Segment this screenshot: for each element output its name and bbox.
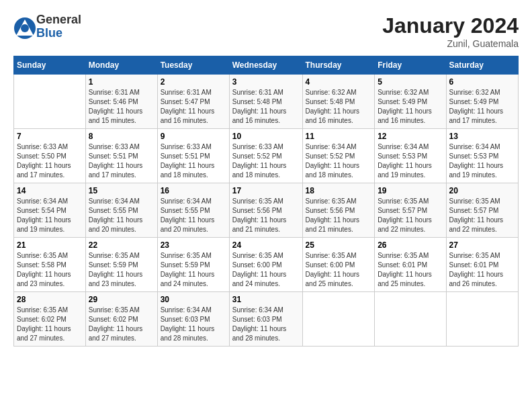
calendar-cell: 16Sunrise: 6:34 AM Sunset: 5:55 PM Dayli… — [157, 183, 229, 238]
calendar-cell: 15Sunrise: 6:34 AM Sunset: 5:55 PM Dayli… — [85, 183, 157, 238]
day-header-thursday: Thursday — [302, 56, 375, 75]
day-number: 11 — [306, 132, 372, 141]
day-number: 22 — [89, 240, 154, 250]
calendar-cell: 12Sunrise: 6:34 AM Sunset: 5:53 PM Dayli… — [375, 129, 446, 183]
day-number: 12 — [378, 132, 443, 141]
calendar-cell: 30Sunrise: 6:34 AM Sunset: 6:03 PM Dayli… — [157, 292, 229, 347]
calendar-cell: 6Sunrise: 6:32 AM Sunset: 5:49 PM Daylig… — [446, 75, 518, 129]
calendar-cell: 27Sunrise: 6:35 AM Sunset: 6:01 PM Dayli… — [446, 238, 518, 292]
calendar-cell: 20Sunrise: 6:35 AM Sunset: 5:57 PM Dayli… — [446, 183, 518, 238]
day-info: Sunrise: 6:31 AM Sunset: 5:46 PM Dayligh… — [89, 88, 154, 126]
day-info: Sunrise: 6:34 AM Sunset: 6:03 PM Dayligh… — [232, 306, 300, 343]
day-number: 1 — [89, 77, 154, 87]
logo-icon — [13, 17, 34, 37]
day-number: 26 — [378, 240, 443, 250]
day-number: 5 — [378, 77, 443, 87]
calendar-cell: 18Sunrise: 6:35 AM Sunset: 5:56 PM Dayli… — [302, 183, 375, 238]
day-info: Sunrise: 6:35 AM Sunset: 5:59 PM Dayligh… — [161, 251, 226, 289]
month-title: January 2024 — [382, 13, 519, 38]
day-header-saturday: Saturday — [446, 56, 518, 75]
day-number: 15 — [89, 186, 154, 195]
calendar-cell: 9Sunrise: 6:33 AM Sunset: 5:51 PM Daylig… — [157, 129, 229, 183]
calendar-cell: 17Sunrise: 6:35 AM Sunset: 5:56 PM Dayli… — [229, 183, 302, 238]
calendar-cell — [446, 292, 518, 347]
logo: General Blue — [13, 13, 81, 40]
day-info: Sunrise: 6:35 AM Sunset: 6:01 PM Dayligh… — [449, 251, 515, 289]
day-number: 23 — [161, 240, 226, 250]
day-number: 13 — [449, 132, 515, 141]
day-number: 4 — [306, 77, 372, 87]
day-number: 16 — [161, 186, 226, 195]
day-number: 14 — [17, 186, 83, 195]
day-info: Sunrise: 6:34 AM Sunset: 5:55 PM Dayligh… — [161, 197, 226, 234]
day-number: 6 — [449, 77, 515, 87]
day-number: 24 — [232, 240, 300, 250]
day-info: Sunrise: 6:35 AM Sunset: 5:57 PM Dayligh… — [449, 197, 515, 234]
day-number: 31 — [232, 295, 300, 304]
calendar-cell — [14, 75, 86, 129]
day-info: Sunrise: 6:34 AM Sunset: 5:54 PM Dayligh… — [17, 197, 83, 234]
day-number: 3 — [232, 77, 300, 87]
page-header: General Blue January 2024 Zunil, Guatema… — [13, 13, 519, 49]
title-area: January 2024 Zunil, Guatemala — [382, 13, 519, 49]
day-header-tuesday: Tuesday — [157, 56, 229, 75]
day-info: Sunrise: 6:34 AM Sunset: 5:53 PM Dayligh… — [378, 142, 443, 180]
day-info: Sunrise: 6:34 AM Sunset: 5:55 PM Dayligh… — [89, 197, 154, 234]
calendar-cell: 13Sunrise: 6:34 AM Sunset: 5:53 PM Dayli… — [446, 129, 518, 183]
calendar-cell: 4Sunrise: 6:32 AM Sunset: 5:48 PM Daylig… — [302, 75, 375, 129]
day-info: Sunrise: 6:35 AM Sunset: 6:01 PM Dayligh… — [378, 251, 443, 289]
day-info: Sunrise: 6:31 AM Sunset: 5:48 PM Dayligh… — [232, 88, 300, 126]
week-row-4: 21Sunrise: 6:35 AM Sunset: 5:58 PM Dayli… — [14, 238, 519, 292]
calendar-cell: 26Sunrise: 6:35 AM Sunset: 6:01 PM Dayli… — [375, 238, 446, 292]
day-info: Sunrise: 6:35 AM Sunset: 6:00 PM Dayligh… — [232, 251, 300, 289]
calendar-cell: 7Sunrise: 6:33 AM Sunset: 5:50 PM Daylig… — [14, 129, 86, 183]
day-info: Sunrise: 6:33 AM Sunset: 5:50 PM Dayligh… — [17, 142, 83, 180]
day-number: 10 — [232, 132, 300, 141]
day-number: 18 — [306, 186, 372, 195]
week-row-2: 7Sunrise: 6:33 AM Sunset: 5:50 PM Daylig… — [14, 129, 519, 183]
day-number: 25 — [306, 240, 372, 250]
logo-blue: Blue — [36, 27, 81, 40]
day-info: Sunrise: 6:34 AM Sunset: 5:53 PM Dayligh… — [449, 142, 515, 180]
svg-point-2 — [21, 24, 29, 32]
calendar-cell: 8Sunrise: 6:33 AM Sunset: 5:51 PM Daylig… — [85, 129, 157, 183]
calendar-cell: 31Sunrise: 6:34 AM Sunset: 6:03 PM Dayli… — [229, 292, 302, 347]
calendar-cell: 3Sunrise: 6:31 AM Sunset: 5:48 PM Daylig… — [229, 75, 302, 129]
day-info: Sunrise: 6:33 AM Sunset: 5:52 PM Dayligh… — [232, 142, 300, 180]
day-info: Sunrise: 6:35 AM Sunset: 5:56 PM Dayligh… — [232, 197, 300, 234]
day-header-monday: Monday — [85, 56, 157, 75]
logo-text: General Blue — [36, 13, 81, 40]
day-info: Sunrise: 6:35 AM Sunset: 6:00 PM Dayligh… — [306, 251, 372, 289]
day-info: Sunrise: 6:32 AM Sunset: 5:49 PM Dayligh… — [449, 88, 515, 126]
day-header-friday: Friday — [375, 56, 446, 75]
calendar-table: SundayMondayTuesdayWednesdayThursdayFrid… — [13, 56, 519, 347]
calendar-cell — [302, 292, 375, 347]
day-info: Sunrise: 6:35 AM Sunset: 5:59 PM Dayligh… — [89, 251, 154, 289]
day-header-sunday: Sunday — [14, 56, 86, 75]
day-number: 8 — [89, 132, 154, 141]
calendar-cell: 23Sunrise: 6:35 AM Sunset: 5:59 PM Dayli… — [157, 238, 229, 292]
calendar-cell: 14Sunrise: 6:34 AM Sunset: 5:54 PM Dayli… — [14, 183, 86, 238]
day-number: 21 — [17, 240, 83, 250]
day-info: Sunrise: 6:33 AM Sunset: 5:51 PM Dayligh… — [89, 142, 154, 180]
day-number: 9 — [161, 132, 226, 141]
day-info: Sunrise: 6:32 AM Sunset: 5:48 PM Dayligh… — [306, 88, 372, 126]
day-number: 30 — [161, 295, 226, 304]
day-info: Sunrise: 6:35 AM Sunset: 5:57 PM Dayligh… — [378, 197, 443, 234]
calendar-cell: 28Sunrise: 6:35 AM Sunset: 6:02 PM Dayli… — [14, 292, 86, 347]
calendar-cell: 10Sunrise: 6:33 AM Sunset: 5:52 PM Dayli… — [229, 129, 302, 183]
header-row: SundayMondayTuesdayWednesdayThursdayFrid… — [14, 56, 519, 75]
calendar-cell: 5Sunrise: 6:32 AM Sunset: 5:49 PM Daylig… — [375, 75, 446, 129]
day-number: 27 — [449, 240, 515, 250]
day-number: 7 — [17, 132, 83, 141]
calendar-cell: 21Sunrise: 6:35 AM Sunset: 5:58 PM Dayli… — [14, 238, 86, 292]
day-number: 28 — [17, 295, 83, 304]
day-number: 2 — [161, 77, 226, 87]
day-info: Sunrise: 6:32 AM Sunset: 5:49 PM Dayligh… — [378, 88, 443, 126]
day-header-wednesday: Wednesday — [229, 56, 302, 75]
calendar-cell: 25Sunrise: 6:35 AM Sunset: 6:00 PM Dayli… — [302, 238, 375, 292]
day-info: Sunrise: 6:35 AM Sunset: 6:02 PM Dayligh… — [17, 306, 83, 343]
day-info: Sunrise: 6:34 AM Sunset: 5:52 PM Dayligh… — [306, 142, 372, 180]
logo-general: General — [36, 13, 81, 27]
calendar-cell: 29Sunrise: 6:35 AM Sunset: 6:02 PM Dayli… — [85, 292, 157, 347]
